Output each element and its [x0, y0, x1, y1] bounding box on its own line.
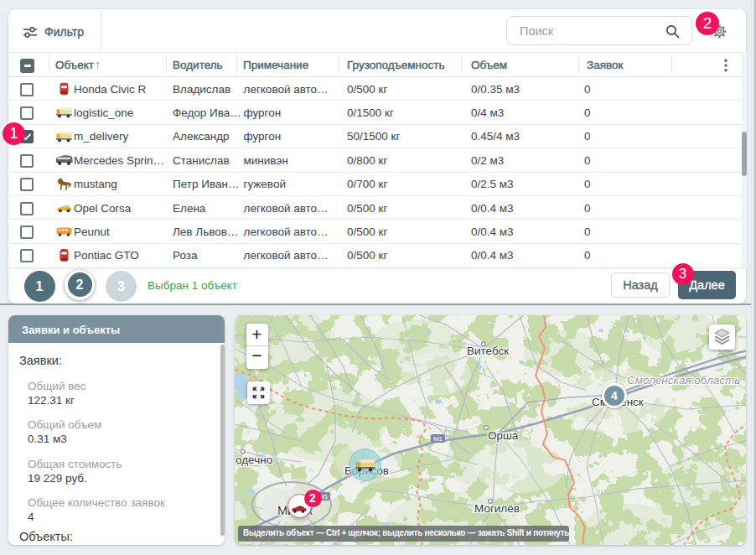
- svg-text:Орша: Орша: [488, 429, 519, 442]
- svg-text:Смоленская область: Смоленская область: [627, 374, 740, 386]
- svg-text:одечно: одечно: [236, 454, 272, 466]
- svg-text:M1: M1: [433, 435, 443, 443]
- svg-text:Витебск: Витебск: [467, 345, 509, 357]
- svg-text:Могилёв: Могилёв: [474, 502, 520, 515]
